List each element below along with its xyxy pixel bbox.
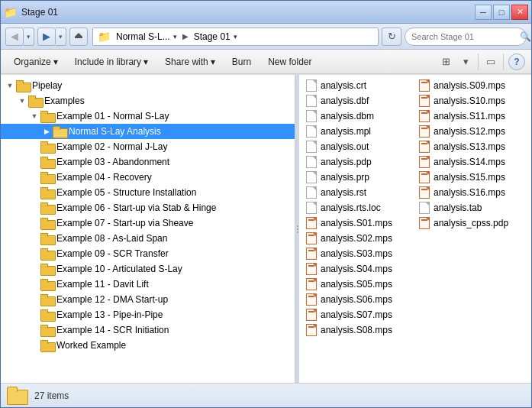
tree-item-ex10[interactable]: Example 10 - Articulated S-Lay — [1, 261, 295, 277]
burn-button[interactable]: Burn — [225, 52, 258, 72]
tree-item-normal-slay[interactable]: ▶Normal S-Lay Analysis — [1, 124, 295, 139]
back-button[interactable]: ◀ — [5, 28, 24, 46]
file-label: analysis.rts.loc — [321, 202, 381, 213]
tree-item-examples[interactable]: ▼Examples — [1, 93, 295, 108]
tree-toggle-ex02[interactable] — [28, 141, 40, 153]
search-icon[interactable]: 🔍 — [520, 31, 531, 42]
file-label: analysis.S05.mps — [321, 279, 392, 290]
file-item[interactable]: analysis.S04.mps — [302, 261, 415, 277]
preview-pane-button[interactable]: ▭ — [482, 53, 500, 71]
organize-button[interactable]: Organize ▾ — [7, 52, 65, 72]
tree-item-ex02[interactable]: Example 02 - Normal J-Lay — [1, 139, 295, 154]
files-panel: analysis.crtanalysis.S09.mpsanalysis.dbf… — [299, 75, 531, 383]
file-icon-mps — [418, 95, 430, 107]
tree-toggle-ex06[interactable] — [28, 202, 40, 214]
tree-toggle-normal-slay[interactable]: ▶ — [40, 125, 53, 138]
file-item[interactable]: analysis.dbm — [302, 108, 415, 124]
tree-toggle-ex14[interactable] — [28, 324, 40, 336]
help-button[interactable]: ? — [508, 53, 525, 70]
file-item[interactable]: analysis.S02.mps — [302, 231, 415, 246]
file-item[interactable]: analysis.S07.mps — [302, 307, 415, 322]
file-item[interactable]: analysis.S01.mps — [302, 215, 415, 231]
refresh-button[interactable]: ↻ — [382, 28, 401, 46]
file-item[interactable]: analysis.S14.mps — [415, 154, 528, 170]
new-folder-button[interactable]: New folder — [261, 52, 318, 72]
maximize-button[interactable]: □ — [493, 5, 510, 20]
back-dropdown-button[interactable]: ▾ — [24, 28, 34, 46]
path-segment-stage01[interactable]: Stage 01 ▾ — [192, 31, 240, 43]
share-with-dropdown-icon: ▾ — [211, 57, 215, 67]
tree-toggle-ex12[interactable] — [28, 293, 40, 306]
tree-toggle-ex11[interactable] — [28, 278, 40, 290]
file-item[interactable]: analysis.S06.mps — [302, 292, 415, 307]
file-item[interactable]: analysis.S13.mps — [415, 139, 528, 154]
file-item[interactable]: analysis.S09.mps — [415, 78, 528, 93]
file-item[interactable]: analysis.out — [302, 139, 415, 154]
share-with-button[interactable]: Share with ▾ — [158, 52, 222, 72]
tree-item-ex08[interactable]: Example 08 - As-Laid Span — [1, 231, 295, 246]
forward-dropdown-button[interactable]: ▾ — [56, 28, 66, 46]
tree-item-pipelay[interactable]: ▼Pipelay — [1, 78, 295, 93]
tree-toggle-ex09[interactable] — [28, 248, 40, 260]
close-button[interactable]: ✕ — [511, 5, 528, 20]
tree-item-ex07[interactable]: Example 07 - Start-up via Sheave — [1, 215, 295, 231]
tree-toggle-ex08[interactable] — [28, 232, 40, 244]
tree-toggle-ex04[interactable] — [28, 171, 40, 183]
file-item[interactable]: analysis.dbf — [302, 93, 415, 108]
view-dropdown-button[interactable]: ▾ — [456, 53, 475, 71]
tree-item-ex11[interactable]: Example 11 - Davit Lift — [1, 277, 295, 292]
file-item — [415, 231, 528, 246]
tree-toggle-examples[interactable]: ▼ — [16, 95, 28, 107]
tree-item-ex12[interactable]: Example 12 - DMA Start-up — [1, 292, 295, 307]
path-segment-normal-slay[interactable]: Normal S-L... ▾ — [114, 31, 179, 43]
tree-label-ex11: Example 11 - Davit Lift — [56, 279, 149, 290]
tree-toggle-worked[interactable] — [28, 339, 40, 351]
file-item[interactable]: analysis.S15.mps — [415, 170, 528, 185]
forward-button[interactable]: ▶ — [37, 28, 56, 46]
file-item[interactable]: analysis.S16.mps — [415, 185, 528, 200]
tree-toggle-ex10[interactable] — [28, 263, 40, 275]
file-item[interactable]: analysis.S12.mps — [415, 124, 528, 139]
tree-toggle-ex01[interactable]: ▼ — [28, 110, 40, 122]
file-item[interactable]: analysis.rts.loc — [302, 200, 415, 215]
file-label: analysis.dbm — [321, 111, 374, 121]
tree-item-ex03[interactable]: Example 03 - Abandonment — [1, 154, 295, 170]
file-item[interactable]: analysis.rst — [302, 185, 415, 200]
file-item[interactable]: analysis.pdp — [302, 154, 415, 170]
search-box[interactable]: 🔍 — [405, 28, 527, 46]
file-item[interactable]: analysis.S03.mps — [302, 246, 415, 261]
tree-item-ex09[interactable]: Example 09 - SCR Transfer — [1, 246, 295, 261]
file-item[interactable]: analysis.mpl — [302, 124, 415, 139]
tree-toggle-ex07[interactable] — [28, 217, 40, 229]
view-details-button[interactable]: ⊞ — [437, 53, 455, 71]
tree-item-ex01[interactable]: ▼Example 01 - Normal S-Lay — [1, 108, 295, 124]
tree-toggle-ex05[interactable] — [28, 186, 40, 199]
file-icon-doc — [305, 156, 318, 168]
tree-item-ex06[interactable]: Example 06 - Start-up via Stab & Hinge — [1, 200, 295, 215]
include-library-button[interactable]: Include in library ▾ — [68, 52, 155, 72]
up-button[interactable] — [69, 28, 88, 46]
search-input[interactable] — [411, 32, 517, 41]
path-stage01-dropdown[interactable]: ▾ — [234, 33, 237, 40]
file-item[interactable]: analysis_cpss.pdp — [415, 215, 528, 231]
tree-item-ex13[interactable]: Example 13 - Pipe-in-Pipe — [1, 307, 295, 322]
file-item[interactable]: analysis.S10.mps — [415, 93, 528, 108]
file-label: analysis.S06.mps — [321, 294, 392, 305]
file-item[interactable]: analysis.prp — [302, 170, 415, 185]
file-item[interactable]: analysis.S05.mps — [302, 277, 415, 292]
file-item[interactable]: analysis.S08.mps — [302, 322, 415, 338]
tree-toggle-ex13[interactable] — [28, 309, 40, 321]
tree-item-worked[interactable]: Worked Example — [1, 338, 295, 353]
tree-item-ex05[interactable]: Example 05 - Structure Installation — [1, 185, 295, 200]
file-item[interactable]: analysis.S11.mps — [415, 108, 528, 124]
minimize-button[interactable]: ─ — [475, 5, 492, 20]
file-item — [415, 322, 528, 338]
path-dropdown-arrow[interactable]: ▾ — [173, 33, 177, 40]
tree-toggle-pipelay[interactable]: ▼ — [4, 79, 16, 92]
file-item[interactable]: analysis.tab — [415, 200, 528, 215]
tree-item-ex04[interactable]: Example 04 - Recovery — [1, 170, 295, 185]
tree-toggle-ex03[interactable] — [28, 156, 40, 168]
tree-item-ex14[interactable]: Example 14 - SCR Initiation — [1, 322, 295, 338]
file-item[interactable]: analysis.crt — [302, 78, 415, 93]
address-path[interactable]: 📁 Normal S-L... ▾ ▶ Stage 01 ▾ — [92, 28, 379, 46]
